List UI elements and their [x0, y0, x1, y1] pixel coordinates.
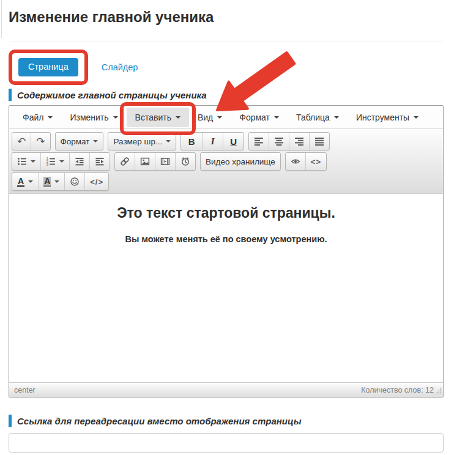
word-count: Количество слов: 12: [361, 386, 434, 394]
insert-link-button[interactable]: [115, 153, 135, 170]
tab-slider[interactable]: Слайдер: [102, 62, 138, 72]
chevron-down-icon: [59, 160, 64, 163]
chevron-down-icon: [28, 180, 33, 183]
editor-statusbar: center Количество слов: 12: [9, 382, 443, 397]
editor-paragraph-text: Вы можете менять её по своему усмотрению…: [9, 234, 443, 244]
align-right-button[interactable]: [289, 133, 309, 150]
menu-view[interactable]: Вид: [189, 108, 231, 127]
font-size-dropdown[interactable]: Размер шр...: [108, 133, 176, 150]
video-storage-button[interactable]: Видео хранилище: [201, 153, 280, 170]
align-justify-button[interactable]: [309, 133, 329, 150]
redo-button[interactable]: ↷: [31, 133, 50, 150]
preview-button[interactable]: [286, 153, 305, 170]
editor-heading-text: Это текст стартовой страницы.: [9, 205, 443, 221]
backcolor-icon: A: [43, 177, 51, 187]
toolbar-row-3: A A </>: [12, 172, 441, 191]
redirect-section-label: Ссылка для переадресации вместо отображе…: [9, 415, 301, 427]
title-divider: [10, 42, 444, 42]
toolbar-row-2: 1 2 3: [12, 152, 441, 171]
blue-accent-bar: [9, 89, 12, 101]
element-path: center: [14, 386, 35, 394]
redirect-url-input[interactable]: [9, 433, 444, 453]
undo-icon: ↶: [17, 136, 26, 146]
resize-grip-icon[interactable]: [436, 388, 442, 394]
chevron-down-icon: [166, 140, 171, 142]
emoticons-button[interactable]: [64, 173, 84, 190]
menu-edit[interactable]: Изменить: [61, 108, 126, 127]
bullet-list-button[interactable]: [12, 153, 40, 170]
svg-text:3: 3: [46, 163, 48, 166]
chevron-down-icon: [176, 116, 180, 119]
menu-insert[interactable]: Вставить: [127, 108, 189, 127]
italic-button[interactable]: I: [202, 133, 223, 150]
align-right-icon: [294, 136, 304, 146]
align-left-icon: [254, 136, 264, 146]
clock-icon: [180, 157, 190, 166]
numbered-list-icon: 1 2 3: [46, 157, 56, 166]
redo-icon: ↷: [36, 136, 45, 146]
media-icon: [160, 157, 170, 166]
editor-menubar: Файл Изменить Вставить Вид Формат Таблиц…: [9, 106, 443, 129]
align-center-button[interactable]: [269, 133, 289, 150]
block-format-dropdown[interactable]: Формат: [56, 133, 103, 150]
chevron-down-icon: [48, 116, 53, 119]
insert-image-button[interactable]: [135, 153, 155, 170]
bullet-list-icon: [17, 157, 27, 166]
panel-left-edge: [1, 0, 2, 38]
source-code-button[interactable]: <>: [305, 153, 326, 170]
insert-datetime-button[interactable]: [175, 153, 195, 170]
forecolor-icon: A: [17, 177, 24, 187]
eye-icon: [291, 157, 300, 166]
content-section-label: Содержимое главной страницы ученика: [9, 89, 207, 101]
numbered-list-button[interactable]: 1 2 3: [40, 153, 69, 170]
tab-bar: Страница Слайдер: [18, 58, 138, 76]
menu-format[interactable]: Формат: [231, 108, 288, 127]
outdent-button[interactable]: [69, 153, 89, 170]
image-icon: [140, 157, 150, 166]
background-color-button[interactable]: A: [38, 173, 64, 190]
undo-button[interactable]: ↶: [12, 133, 31, 150]
smiley-icon: [70, 177, 80, 187]
indent-icon: [95, 157, 105, 166]
rich-text-editor: Файл Изменить Вставить Вид Формат Таблиц…: [9, 105, 444, 398]
align-center-icon: [274, 136, 284, 146]
chevron-down-icon: [217, 116, 222, 119]
source-code-icon: <>: [311, 157, 321, 166]
blue-accent-bar: [9, 415, 12, 427]
chevron-down-icon: [54, 180, 59, 183]
chevron-down-icon: [93, 140, 98, 142]
align-justify-icon: [314, 136, 324, 146]
menu-file[interactable]: Файл: [14, 108, 61, 127]
link-icon: [120, 157, 130, 166]
editor-content[interactable]: Это текст стартовой страницы. Вы можете …: [9, 194, 443, 382]
align-left-button[interactable]: [249, 133, 269, 150]
chevron-down-icon: [414, 116, 418, 119]
insert-media-button[interactable]: [155, 153, 175, 170]
editor-toolbar: ↶ ↷ Формат Размер шр... B I U: [9, 129, 443, 194]
page-title: Изменение главной ученика: [9, 9, 214, 26]
outdent-icon: [75, 157, 84, 166]
indent-button[interactable]: [89, 153, 110, 170]
tab-page[interactable]: Страница: [18, 58, 78, 76]
menu-tools[interactable]: Инструменты: [348, 108, 427, 127]
chevron-down-icon: [274, 116, 279, 119]
chevron-down-icon: [31, 160, 35, 163]
menu-table[interactable]: Таблица: [288, 108, 348, 127]
toolbar-row-1: ↶ ↷ Формат Размер шр... B I U: [12, 132, 441, 150]
code-sample-button[interactable]: </>: [84, 173, 108, 190]
text-color-button[interactable]: A: [12, 173, 38, 190]
chevron-down-icon: [113, 116, 118, 119]
underline-button[interactable]: U: [223, 133, 244, 150]
code-sample-icon: </>: [90, 177, 103, 187]
chevron-down-icon: [334, 116, 339, 119]
bold-button[interactable]: B: [181, 133, 202, 150]
